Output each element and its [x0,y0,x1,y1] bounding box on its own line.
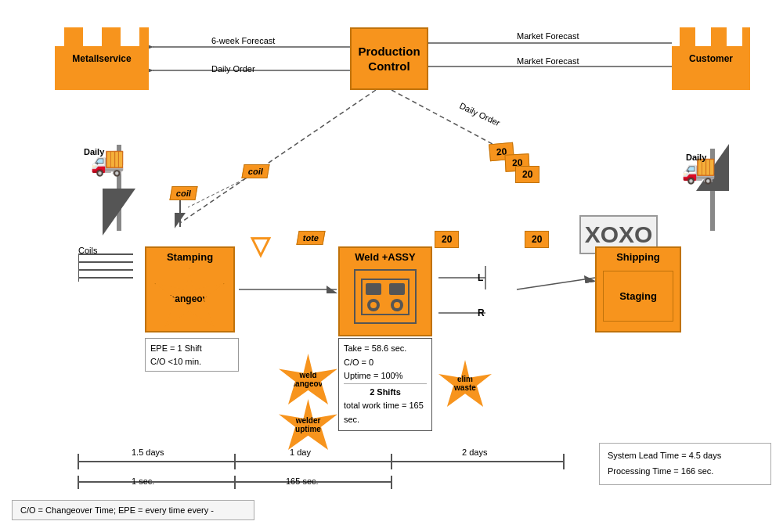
system-lead-time: System Lead Time = 4.5 days [608,448,763,464]
timeline-1-sec: 1 sec. [132,476,154,486]
customer-label: Customer [689,53,733,64]
weld-assy-process: Weld +ASSY [338,246,432,336]
system-summary-box: System Lead Time = 4.5 days Processing T… [599,443,771,485]
timeline-1-5-days: 1.5 days [132,448,164,457]
changeover-burst: Changeover [154,268,225,330]
weld-machine-icon [354,269,417,324]
welder-uptime-kaizen: welder uptime [279,399,337,450]
stamping-epe: EPE = 1 Shift [150,342,233,355]
metallservice-label: Metallservice [72,53,131,64]
timeline-1-day: 1 day [290,448,311,457]
legend-text: C/O = Changeover Time; EPE = every time … [20,505,214,515]
daily-order-diagonal-label: Daily Order [458,101,501,128]
stamping-process: Stamping Changeover [145,246,235,332]
push-icon: ▽ [251,231,270,261]
inv-20-right: 20 [525,231,549,248]
svg-line-8 [180,90,376,223]
stamping-info: EPE = 1 Shift C/O <10 min. [145,338,239,372]
right-truck-label: Daily [686,153,706,162]
l-label: L [478,272,483,283]
svg-point-43 [370,302,377,308]
shipping-title: Shipping [616,251,660,263]
weld-changeover-kaizen: weld changeover [279,354,337,404]
tote-label: tote [296,231,325,245]
coil-label-left: coil [169,186,197,200]
market-forecast-2-label: Market Forecast [517,56,579,66]
market-forecast-1-label: Market Forecast [517,31,579,41]
metallservice-factory: Metallservice [55,27,149,90]
stamping-title: Stamping [167,251,213,263]
timeline-2-days: 2 days [462,448,487,457]
weld-shifts: 2 Shifts [344,383,427,400]
svg-rect-40 [389,283,405,295]
weld-assy-title: Weld +ASSY [355,251,415,263]
weld-data-box: Take = 58.6 sec. C/O = 0 Uptime = 100% 2… [338,338,432,431]
production-control-label: Production Control [352,44,427,74]
left-truck-label: Daily [84,147,104,156]
weld-uptime: Uptime = 100% [344,369,427,383]
xoxo-label: XOXO [585,221,653,248]
processing-time: Processing Time = 166 sec. [608,464,763,480]
elim-waste-kaizen: elim waste [438,360,492,407]
weld-total-work: total work time = 165 sec. [344,399,427,426]
staging-box: Staging [603,271,673,322]
forecast-6-week-label: 6-week Forecast [211,36,275,45]
stamping-co: C/O <10 min. [150,355,233,368]
shipping-process: Shipping Staging [595,246,681,332]
weld-take: Take = 58.6 sec. [344,342,427,356]
timeline-165-sec: 165 sec. [286,476,319,486]
production-control-box: Production Control [350,27,428,90]
weld-co: C/O = 0 [344,356,427,370]
inv-20-left: 20 [435,231,459,248]
svg-rect-39 [366,283,381,295]
inv-20-stack-3: 20 [515,166,539,183]
svg-point-44 [394,302,400,308]
customer-factory: Customer [672,27,750,90]
svg-line-13 [517,278,595,289]
legend-box: C/O = Changeover Time; EPE = every time … [12,500,254,520]
coil-label-top: coil [241,164,269,178]
daily-order-left-label: Daily Order [211,64,255,74]
r-label: R [478,307,485,318]
